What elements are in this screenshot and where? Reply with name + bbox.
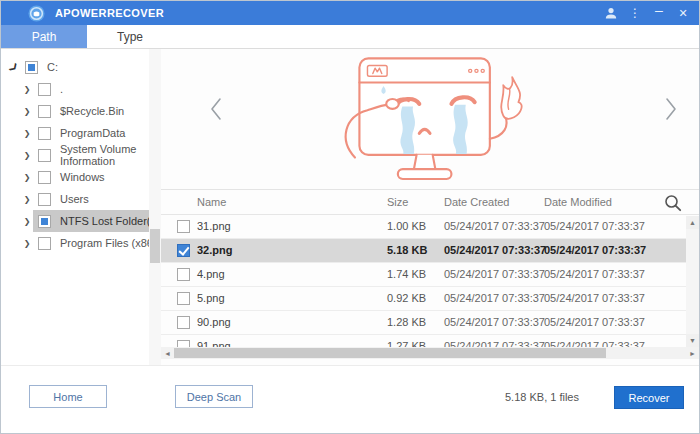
file-name: 32.png [197, 244, 232, 256]
scroll-right-icon[interactable]: ► [686, 347, 699, 359]
column-header-date-created[interactable]: Date Created [444, 196, 509, 208]
row-checkbox[interactable] [177, 220, 190, 233]
file-name: 90.png [197, 316, 231, 328]
file-size: 1.00 KB [387, 220, 426, 232]
folder-tree: ❯ C: ❯ . ❯ $Recycle.Bin [1, 49, 161, 365]
tab-path[interactable]: Path [1, 25, 87, 48]
file-date-modified: 05/24/2017 07:33:37 [544, 316, 645, 328]
tree-item-c-drive[interactable]: ❯ C: [1, 56, 161, 78]
tree-item-ntfs-lost-folders[interactable]: ❯ NTFS Lost Folder(s) [1, 210, 161, 232]
file-row[interactable]: 90.png 1.28 KB 05/24/2017 07:33:37 05/24… [161, 311, 699, 335]
expander-icon[interactable]: ❯ [21, 217, 33, 226]
row-checkbox[interactable] [177, 316, 190, 329]
deep-scan-button[interactable]: Deep Scan [175, 385, 253, 408]
column-header-size[interactable]: Size [387, 196, 408, 208]
tree-checkbox[interactable] [38, 215, 51, 228]
tree-item-dot[interactable]: ❯ . [1, 78, 161, 100]
tree-item-label: ProgramData [60, 127, 125, 139]
file-date-created: 05/24/2017 07:33:37 [444, 292, 545, 304]
tab-bar: Path Type [1, 25, 699, 49]
tree-checkbox[interactable] [38, 127, 51, 140]
file-size: 1.74 KB [387, 268, 426, 280]
tree-item-label: Users [60, 193, 89, 205]
row-checkbox[interactable] [177, 244, 190, 257]
table-vertical-scrollbar[interactable]: ▲ ▼ [686, 216, 699, 347]
file-row[interactable]: 4.png 1.74 KB 05/24/2017 07:33:37 05/24/… [161, 263, 699, 287]
tree-item-programdata[interactable]: ❯ ProgramData [1, 122, 161, 144]
file-list: 31.png 1.00 KB 05/24/2017 07:33:37 05/24… [161, 215, 699, 359]
file-date-created: 05/24/2017 07:33:37 [444, 268, 545, 280]
file-date-created: 05/24/2017 07:33:37 [444, 244, 546, 256]
file-date-created: 05/24/2017 07:33:37 [444, 220, 545, 232]
tree-checkbox[interactable] [38, 149, 51, 162]
crying-monitor-illustration [327, 53, 533, 187]
tree-item-label: NTFS Lost Folder(s) [60, 215, 160, 227]
menu-icon[interactable]: ⋮ [623, 1, 647, 25]
file-size: 1.28 KB [387, 316, 426, 328]
file-date-modified: 05/24/2017 07:33:37 [544, 268, 645, 280]
tree-item-label: $Recycle.Bin [60, 105, 124, 117]
table-horizontal-scrollbar[interactable]: ◄ ► [161, 347, 699, 359]
tab-type[interactable]: Type [87, 25, 173, 48]
expander-icon[interactable]: ❯ [21, 151, 33, 160]
tree-checkbox[interactable] [38, 171, 51, 184]
file-row[interactable]: 5.png 0.92 KB 05/24/2017 07:33:37 05/24/… [161, 287, 699, 311]
tree-item-windows[interactable]: ❯ Windows [1, 166, 161, 188]
app-title: APOWERRECOVER [55, 7, 599, 19]
tree-checkbox[interactable] [38, 193, 51, 206]
tree-checkbox[interactable] [38, 83, 51, 96]
file-size: 5.18 KB [387, 244, 427, 256]
file-size: 0.92 KB [387, 292, 426, 304]
selection-summary: 5.18 KB, 1 files [505, 391, 579, 403]
next-arrow-button[interactable] [663, 96, 679, 122]
column-header-name[interactable]: Name [197, 196, 226, 208]
file-date-modified: 05/24/2017 07:33:37 [544, 220, 645, 232]
file-date-modified: 05/24/2017 07:33:37 [544, 292, 645, 304]
table-header: Name Size Date Created Date Modified [161, 189, 699, 215]
tree-item-label: System Volume Information [60, 143, 161, 167]
sidebar-scrollbar[interactable] [149, 49, 161, 365]
tree-item-label: C: [47, 61, 58, 73]
row-checkbox[interactable] [177, 292, 190, 305]
expander-icon[interactable]: ❯ [21, 195, 33, 204]
file-row[interactable]: 31.png 1.00 KB 05/24/2017 07:33:37 05/24… [161, 215, 699, 239]
file-date-modified: 05/24/2017 07:33:37 [544, 244, 646, 256]
home-button[interactable]: Home [29, 385, 107, 408]
tree-item-label: . [60, 83, 63, 95]
tree-item-label: Windows [60, 171, 105, 183]
previous-arrow-button[interactable] [208, 96, 224, 122]
horizontal-scroll-thumb[interactable] [174, 348, 606, 358]
sidebar-scroll-thumb[interactable] [150, 229, 160, 263]
tree-item-users[interactable]: ❯ Users [1, 188, 161, 210]
file-name: 4.png [197, 268, 225, 280]
tree-checkbox[interactable] [25, 61, 38, 74]
tree-item-system-volume-information[interactable]: ❯ System Volume Information [1, 144, 161, 166]
tree-checkbox[interactable] [38, 237, 51, 250]
row-checkbox[interactable] [177, 268, 190, 281]
file-name: 31.png [197, 220, 231, 232]
main-panel: Name Size Date Created Date Modified 31.… [161, 49, 699, 365]
expander-icon[interactable]: ❯ [21, 129, 33, 138]
footer-bar: Home Deep Scan 5.18 KB, 1 files Recover [1, 365, 699, 433]
tree-item-recycle-bin[interactable]: ❯ $Recycle.Bin [1, 100, 161, 122]
scroll-left-icon[interactable]: ◄ [161, 347, 174, 359]
tree-item-program-files-x86[interactable]: ❯ Program Files (x86) [1, 232, 161, 254]
expander-icon[interactable]: ❯ [21, 239, 33, 248]
title-bar: APOWERRECOVER ⋮ – ✕ [1, 1, 699, 25]
close-button[interactable]: ✕ [671, 1, 695, 25]
expander-icon[interactable]: ❯ [21, 107, 33, 116]
tree-checkbox[interactable] [38, 105, 51, 118]
scroll-down-icon[interactable]: ▼ [686, 334, 699, 347]
column-header-date-modified[interactable]: Date Modified [544, 196, 612, 208]
scroll-up-icon[interactable]: ▲ [686, 216, 699, 229]
expander-icon[interactable]: ❯ [21, 85, 33, 94]
app-window: APOWERRECOVER ⋮ – ✕ Path Type ❯ C: ❯ [0, 0, 700, 434]
app-logo-icon [28, 5, 45, 22]
preview-area [161, 49, 699, 189]
minimize-button[interactable]: – [647, 1, 671, 25]
recover-button[interactable]: Recover [614, 386, 684, 409]
search-icon[interactable] [663, 193, 683, 213]
expander-icon[interactable]: ❯ [21, 173, 33, 182]
file-row[interactable]: 32.png 5.18 KB 05/24/2017 07:33:37 05/24… [161, 239, 699, 263]
account-icon[interactable] [599, 1, 623, 25]
